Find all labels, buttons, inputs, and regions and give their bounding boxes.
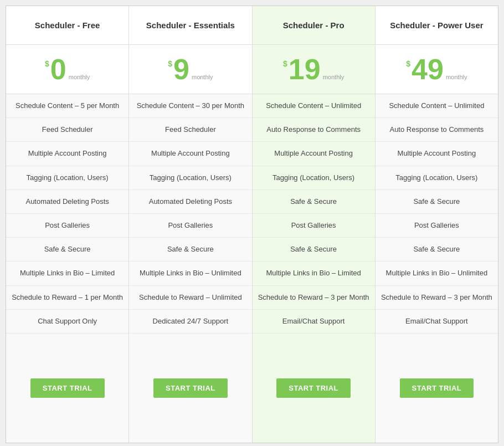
feature-row: Safe & Secure: [6, 238, 128, 262]
plan-title-pro: Scheduler - Pro: [253, 6, 375, 45]
feature-row: Feed Scheduler: [6, 118, 128, 142]
feature-row: Schedule Content – 30 per Month: [129, 94, 251, 118]
feature-row: Chat Support Only: [6, 310, 128, 334]
plan-footer-essentials: START TRIAL: [129, 334, 251, 443]
plan-footer-pro: START TRIAL: [253, 334, 375, 443]
start-trial-button-free[interactable]: START TRIAL: [30, 378, 105, 398]
feature-row: Auto Response to Comments: [376, 118, 498, 142]
feature-row: Email/Chat Support: [253, 310, 375, 334]
price-amount-power: 49: [412, 55, 444, 84]
feature-row: Dedicated 24/7 Support: [129, 310, 251, 334]
start-trial-button-power[interactable]: START TRIAL: [400, 378, 474, 398]
price-amount-essentials: 9: [173, 55, 189, 84]
feature-row: Multiple Links in Bio – Limited: [6, 262, 128, 285]
plan-col-pro: Scheduler - Pro$19monthlySchedule Conten…: [253, 6, 376, 443]
feature-row: Post Galleries: [6, 214, 128, 238]
feature-row: Schedule Content – Unlimited: [376, 94, 498, 118]
price-period-power: monthly: [446, 74, 467, 80]
feature-row: Schedule to Reward – Unlimited: [129, 286, 251, 310]
plan-col-power: Scheduler - Power User$49monthlySchedule…: [376, 6, 498, 443]
price-dollar-free: $: [45, 59, 49, 68]
start-trial-button-essentials[interactable]: START TRIAL: [153, 378, 228, 398]
feature-row: Automated Deleting Posts: [6, 190, 128, 214]
start-trial-button-pro[interactable]: START TRIAL: [276, 378, 351, 398]
plan-title-free: Scheduler - Free: [6, 6, 128, 45]
feature-row: Schedule to Reward – 1 per Month: [6, 286, 128, 310]
feature-row: Multiple Links in Bio – Limited: [253, 262, 375, 285]
price-period-free: monthly: [69, 74, 90, 80]
price-dollar-essentials: $: [168, 59, 172, 68]
price-amount-free: 0: [50, 55, 66, 84]
price-dollar-pro: $: [283, 59, 287, 68]
plan-price-essentials: $9monthly: [129, 45, 251, 94]
price-dollar-power: $: [406, 59, 410, 68]
feature-row: Safe & Secure: [376, 190, 498, 214]
feature-row: Feed Scheduler: [129, 118, 251, 142]
plan-col-free: Scheduler - Free$0monthlySchedule Conten…: [6, 6, 129, 443]
feature-row: Tagging (Location, Users): [6, 166, 128, 190]
feature-row: Post Galleries: [253, 214, 375, 238]
feature-row: Post Galleries: [129, 214, 251, 238]
price-period-pro: monthly: [323, 74, 344, 80]
plan-footer-power: START TRIAL: [376, 334, 498, 443]
plan-col-essentials: Scheduler - Essentials$9monthlySchedule …: [129, 6, 252, 443]
feature-row: Multiple Links in Bio – Unlimited: [129, 262, 251, 285]
feature-row: Schedule Content – Unlimited: [253, 94, 375, 118]
pricing-table: Scheduler - Free$0monthlySchedule Conten…: [6, 6, 498, 443]
feature-row: Tagging (Location, Users): [129, 166, 251, 190]
feature-row: Safe & Secure: [253, 238, 375, 262]
plan-footer-free: START TRIAL: [6, 334, 128, 443]
feature-row: Schedule to Reward – 3 per Month: [253, 286, 375, 310]
feature-row: Multiple Account Posting: [253, 142, 375, 166]
plan-price-pro: $19monthly: [253, 45, 375, 94]
price-period-essentials: monthly: [192, 74, 213, 80]
feature-row: Email/Chat Support: [376, 310, 498, 334]
feature-row: Safe & Secure: [253, 190, 375, 214]
feature-row: Multiple Account Posting: [376, 142, 498, 166]
feature-row: Post Galleries: [376, 214, 498, 238]
feature-row: Safe & Secure: [376, 238, 498, 262]
feature-row: Multiple Links in Bio – Unlimited: [376, 262, 498, 285]
feature-row: Auto Response to Comments: [253, 118, 375, 142]
plan-price-power: $49monthly: [376, 45, 498, 94]
feature-row: Safe & Secure: [129, 238, 251, 262]
feature-row: Multiple Account Posting: [129, 142, 251, 166]
feature-row: Automated Deleting Posts: [129, 190, 251, 214]
price-amount-pro: 19: [289, 55, 321, 84]
plan-title-essentials: Scheduler - Essentials: [129, 6, 251, 45]
feature-row: Schedule Content – 5 per Month: [6, 94, 128, 118]
feature-row: Tagging (Location, Users): [376, 166, 498, 190]
feature-row: Tagging (Location, Users): [253, 166, 375, 190]
feature-row: Schedule to Reward – 3 per Month: [376, 286, 498, 310]
plan-price-free: $0monthly: [6, 45, 128, 94]
feature-row: Multiple Account Posting: [6, 142, 128, 166]
plan-title-power: Scheduler - Power User: [376, 6, 498, 45]
